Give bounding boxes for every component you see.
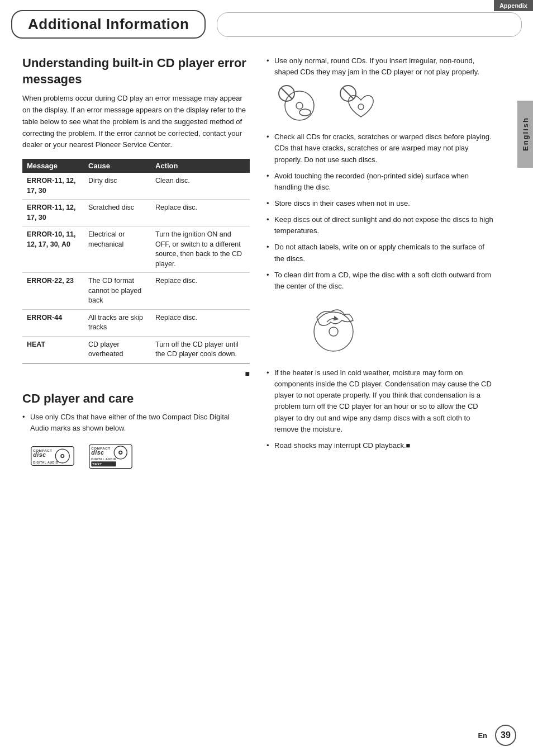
irregular-cd-svg-2	[336, 83, 386, 122]
cleaning-svg	[300, 301, 367, 357]
table-cell-cause: Dirty disc	[84, 173, 151, 200]
svg-point-5	[61, 455, 64, 457]
table-cell-message: HEAT	[22, 336, 84, 363]
cd-logo-2: COMPACT disc DIGITAL AUDIO TEXT	[88, 442, 133, 470]
right-bullet-8: If the heater is used in cold weather, m…	[266, 367, 494, 435]
right-bullet-5: Keep discs out of direct sunlight and do…	[266, 214, 494, 237]
svg-point-21	[358, 104, 364, 110]
table-cell-message: ERROR-11, 12, 17, 30	[22, 200, 84, 226]
table-header-cause: Cause	[84, 159, 151, 173]
svg-text:disc: disc	[91, 449, 104, 456]
svg-text:TEXT: TEXT	[92, 462, 102, 466]
svg-point-18	[299, 109, 311, 116]
right-bullet-6: Do not attach labels, write on or apply …	[266, 242, 494, 264]
table-row: ERROR-10, 11, 12, 17, 30, A0 Electrical …	[22, 226, 250, 273]
table-cell-cause: The CD format cannot be played back	[84, 273, 151, 310]
table-row: ERROR-11, 12, 17, 30 Dirty disc Clean di…	[22, 173, 250, 200]
page-header: Additional Information Appendix	[0, 0, 533, 39]
cd-logo-svg-2: COMPACT disc DIGITAL AUDIO TEXT	[88, 442, 133, 470]
main-content: Understanding built-in CD player error m…	[0, 39, 533, 487]
table-cell-cause: Scratched disc	[84, 200, 151, 226]
page-title: Additional Information	[11, 10, 206, 39]
table-cell-cause: CD player overheated	[84, 336, 151, 363]
svg-point-24	[314, 312, 353, 351]
svg-text:DIGITAL AUDIO: DIGITAL AUDIO	[91, 457, 116, 461]
table-cell-action: Turn the ignition ON and OFF, or switch …	[151, 226, 250, 273]
error-section-heading: Understanding built-in CD player error m…	[22, 55, 250, 87]
svg-point-25	[329, 327, 338, 336]
cd-bullet-1: Use only CDs that have either of the two…	[22, 412, 250, 435]
error-table: Message Cause Action ERROR-11, 12, 17, 3…	[22, 159, 250, 363]
header-decoration	[217, 12, 522, 37]
table-header-message: Message	[22, 159, 84, 173]
svg-point-12	[120, 452, 122, 454]
right-bullet-7: To clean dirt from a CD, wipe the disc w…	[266, 270, 494, 292]
irregular-cd-images	[274, 83, 494, 122]
footer-en-label: En	[478, 731, 487, 740]
table-row: ERROR-44 All tracks are skip tracks Repl…	[22, 309, 250, 336]
cd-section-heading: CD player and care	[22, 391, 250, 406]
table-cell-cause: All tracks are skip tracks	[84, 309, 151, 336]
svg-text:disc: disc	[33, 452, 46, 459]
table-cell-message: ERROR-22, 23	[22, 273, 84, 310]
right-bullet-3: Avoid touching the recorded (non-printed…	[266, 171, 494, 193]
cd-logo-svg-1: COMPACT disc DIGITAL AUDIO	[30, 442, 75, 470]
table-cell-action: Replace disc.	[151, 309, 250, 336]
table-cell-action: Turn off the CD player until the CD play…	[151, 336, 250, 363]
cd-logo-1: COMPACT disc DIGITAL AUDIO	[30, 442, 75, 470]
svg-text:DIGITAL AUDIO: DIGITAL AUDIO	[33, 461, 58, 464]
svg-line-20	[281, 88, 292, 99]
svg-point-17	[296, 102, 303, 109]
svg-line-23	[342, 88, 354, 99]
error-section-intro: When problems occur during CD play an er…	[22, 93, 250, 151]
right-bullet-9-text: Road shocks may interrupt CD playback.	[274, 441, 406, 450]
stop-icon: ■	[22, 369, 250, 378]
page-footer: En 39	[0, 725, 533, 746]
english-sidebar-label: English	[517, 101, 533, 168]
appendix-tab: Appendix	[494, 0, 533, 11]
right-bullet-9: Road shocks may interrupt CD playback.■	[266, 440, 494, 451]
right-bullet-4: Store discs in their cases when not in u…	[266, 198, 494, 209]
table-cell-cause: Electrical or mechanical	[84, 226, 151, 273]
table-cell-action: Replace disc.	[151, 273, 250, 310]
right-bullet-1: Use only normal, round CDs. If you inser…	[266, 55, 494, 78]
table-cell-message: ERROR-44	[22, 309, 84, 336]
table-cell-action: Clean disc.	[151, 173, 250, 200]
table-cell-message: ERROR-11, 12, 17, 30	[22, 173, 84, 200]
cd-logos: COMPACT disc DIGITAL AUDIO COMPACT disc	[30, 442, 250, 470]
table-cell-action: Replace disc.	[151, 200, 250, 226]
cleaning-illustration	[300, 301, 494, 358]
table-header-action: Action	[151, 159, 250, 173]
right-bullet-2: Check all CDs for cracks, scratches or w…	[266, 131, 494, 165]
left-column: Understanding built-in CD player error m…	[22, 55, 250, 476]
table-row: ERROR-22, 23 The CD format cannot be pla…	[22, 273, 250, 310]
irregular-cd-svg-1	[274, 83, 325, 122]
table-cell-message: ERROR-10, 11, 12, 17, 30, A0	[22, 226, 84, 273]
table-row: ERROR-11, 12, 17, 30 Scratched disc Repl…	[22, 200, 250, 226]
table-row: HEAT CD player overheated Turn off the C…	[22, 336, 250, 363]
page-number: 39	[495, 725, 516, 746]
right-column: Use only normal, round CDs. If you inser…	[266, 55, 511, 476]
